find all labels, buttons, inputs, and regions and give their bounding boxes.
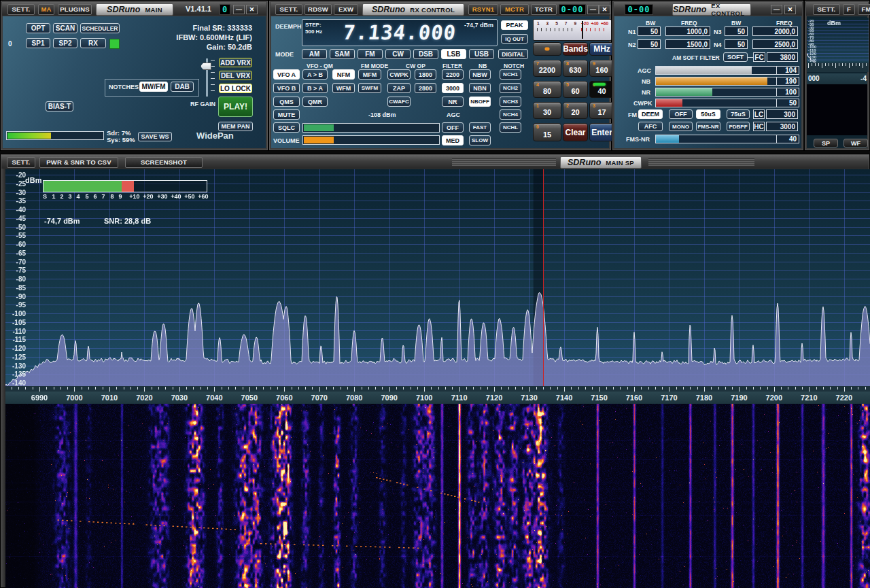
a-to-b-button[interactable]: A > B bbox=[302, 69, 328, 80]
lc-value-field[interactable]: 300 bbox=[766, 109, 798, 119]
mfm-button[interactable]: MFM bbox=[358, 69, 381, 80]
cwafc-button[interactable]: CWAFC bbox=[387, 97, 411, 107]
mode-am-button[interactable]: AM bbox=[302, 49, 327, 59]
exw-button[interactable]: EXW bbox=[334, 4, 358, 15]
keypad-8-button[interactable]: 8630 bbox=[563, 60, 588, 77]
aux-wf-button[interactable]: WF bbox=[843, 139, 868, 148]
keypad-6-button-active[interactable]: 640 bbox=[589, 81, 614, 98]
agc-med-button[interactable]: MED bbox=[442, 135, 464, 145]
aux-sett-button[interactable]: SETT. bbox=[813, 4, 840, 15]
qms-button[interactable]: QMS bbox=[273, 97, 300, 107]
mode-sam-button[interactable]: SAM bbox=[330, 49, 355, 59]
save-ws-button[interactable]: SAVE WS bbox=[138, 132, 172, 141]
n4-bw-field[interactable]: 50 bbox=[725, 39, 748, 49]
aux-spectrum-canvas[interactable] bbox=[807, 18, 869, 72]
keypad-1-button[interactable]: 130 bbox=[533, 102, 561, 119]
keypad-dot-button[interactable] bbox=[533, 42, 561, 56]
mode-dsb-button[interactable]: DSB bbox=[413, 49, 438, 59]
main-title-plate[interactable]: SDRuno MAIN bbox=[96, 3, 173, 16]
nbn-button[interactable]: NBN bbox=[469, 83, 491, 93]
hc-value-field[interactable]: 3000 bbox=[766, 122, 798, 131]
n2-bw-field[interactable]: 50 bbox=[638, 39, 661, 49]
deemph-label[interactable]: DEEMPH bbox=[275, 23, 302, 30]
filter-2800-button[interactable]: 2800 bbox=[415, 83, 436, 93]
keypad-3-button[interactable]: 317 bbox=[589, 102, 614, 119]
keypad-clear-button[interactable]: Clear bbox=[563, 123, 588, 141]
agc-slow-button[interactable]: SLOW bbox=[469, 135, 491, 145]
fc-value-field[interactable]: 3800 bbox=[767, 52, 798, 62]
ex-close-button[interactable]: ✕ bbox=[784, 5, 796, 14]
lo-lock-button[interactable]: LO LOCK bbox=[219, 84, 252, 93]
swfm-button[interactable]: SWFM bbox=[358, 83, 381, 93]
keypad-7-button[interactable]: 72200 bbox=[533, 60, 561, 77]
mode-lsb-button[interactable]: LSB bbox=[441, 49, 466, 59]
bias-t-button[interactable]: BIAS-T bbox=[46, 101, 73, 111]
rsyn1-button[interactable]: RSYN1 bbox=[468, 4, 498, 15]
filter-1800-button[interactable]: 1800 bbox=[415, 69, 436, 80]
rx-button[interactable]: RX bbox=[80, 38, 106, 48]
mode-fm-button[interactable]: FM bbox=[358, 49, 383, 59]
keypad-9-button[interactable]: 9160 bbox=[589, 60, 614, 77]
sp-sett-button[interactable]: SETT. bbox=[7, 157, 35, 168]
aux-sp-button[interactable]: SP bbox=[814, 139, 838, 148]
mute-button[interactable]: MUTE bbox=[273, 109, 300, 120]
main-plugins-button[interactable]: PLUGINS bbox=[58, 4, 92, 15]
rx-close-button[interactable]: ✕ bbox=[599, 5, 610, 14]
nb-slider[interactable]: 190 bbox=[655, 77, 799, 86]
fms-nr-button[interactable]: FMS-NR bbox=[696, 122, 720, 131]
cwpk-button[interactable]: CWPK bbox=[387, 69, 411, 80]
us50-button[interactable]: 50uS bbox=[696, 109, 720, 119]
iq-out-button[interactable]: IQ OUT bbox=[501, 34, 528, 44]
wfm-button[interactable]: WFM bbox=[332, 83, 355, 93]
filter-2200-button[interactable]: 2200 bbox=[442, 69, 464, 80]
rx-title-plate[interactable]: SDRuno RX CONTROL bbox=[362, 3, 464, 16]
frequency-digits[interactable]: 7.134.000 bbox=[342, 21, 457, 44]
pdbpf-button[interactable]: PDBPF bbox=[727, 122, 750, 131]
mode-cw-button[interactable]: CW bbox=[385, 49, 411, 59]
qmr-button[interactable]: QMR bbox=[302, 97, 328, 107]
ex-minimize-button[interactable]: — bbox=[771, 5, 782, 14]
us75-button[interactable]: 75uS bbox=[727, 109, 750, 119]
spectrum-canvas[interactable] bbox=[5, 169, 870, 392]
add-vrx-button[interactable]: ADD VRX bbox=[219, 58, 252, 67]
cwpk-slider[interactable]: 50 bbox=[655, 99, 799, 107]
tctr-button[interactable]: TCTR bbox=[531, 4, 557, 15]
scheduler-button[interactable]: SCHEDULER bbox=[80, 23, 120, 33]
aux-waterfall[interactable] bbox=[807, 84, 867, 135]
dab-notch-button[interactable]: DAB bbox=[171, 82, 194, 92]
sp1-button[interactable]: SP1 bbox=[26, 38, 50, 48]
nch1-button[interactable]: NCH1 bbox=[500, 69, 521, 80]
scan-button[interactable]: SCAN bbox=[53, 23, 77, 33]
main-ma-button[interactable]: MA bbox=[38, 4, 54, 15]
n3-bw-field[interactable]: 50 bbox=[725, 27, 748, 36]
keypad-5-button[interactable]: 560 bbox=[563, 81, 588, 98]
nboff-button[interactable]: NBOFF bbox=[469, 97, 491, 107]
nch3-button[interactable]: NCH3 bbox=[500, 97, 521, 107]
ex-title-plate[interactable]: SDRuno EX CONTROL bbox=[672, 3, 751, 16]
nchl-button[interactable]: NCHL bbox=[500, 122, 521, 133]
peak-button[interactable]: PEAK bbox=[501, 20, 528, 30]
keypad-2-button[interactable]: 220 bbox=[563, 102, 588, 119]
agc-fast-button[interactable]: FAST bbox=[469, 122, 491, 133]
opt-button[interactable]: OPT bbox=[26, 23, 50, 33]
play-button[interactable]: PLAY! bbox=[218, 97, 253, 117]
rdsw-button[interactable]: RDSW bbox=[304, 4, 332, 15]
rx-minimize-button[interactable]: — bbox=[587, 5, 599, 14]
sp-title-plate[interactable]: SDRuno MAIN SP bbox=[560, 156, 642, 169]
fm-off-button[interactable]: OFF bbox=[669, 109, 693, 119]
keypad-0-button[interactable]: 015 bbox=[533, 123, 561, 141]
keypad-4-button[interactable]: 480 bbox=[533, 81, 561, 98]
sp-screenshot-button[interactable]: SCREENSHOT bbox=[125, 157, 203, 168]
sqlc-button[interactable]: SQLC bbox=[273, 122, 300, 133]
del-vrx-button[interactable]: DEL VRX bbox=[219, 71, 252, 80]
n2-freq-field[interactable]: 1500,0 bbox=[665, 39, 710, 49]
n1-bw-field[interactable]: 50 bbox=[638, 27, 661, 36]
mctr-button[interactable]: MCTR bbox=[500, 4, 529, 15]
rf-gain-slider-handle[interactable] bbox=[201, 63, 211, 70]
soft-button[interactable]: SOFT bbox=[723, 52, 748, 62]
nr-button[interactable]: NR bbox=[442, 97, 464, 107]
mem-pan-button[interactable]: MEM PAN bbox=[218, 122, 253, 131]
volume-bar[interactable] bbox=[302, 135, 440, 145]
rx-sett-button[interactable]: SETT. bbox=[275, 4, 302, 15]
n3-freq-field[interactable]: 2000,0 bbox=[752, 27, 798, 36]
